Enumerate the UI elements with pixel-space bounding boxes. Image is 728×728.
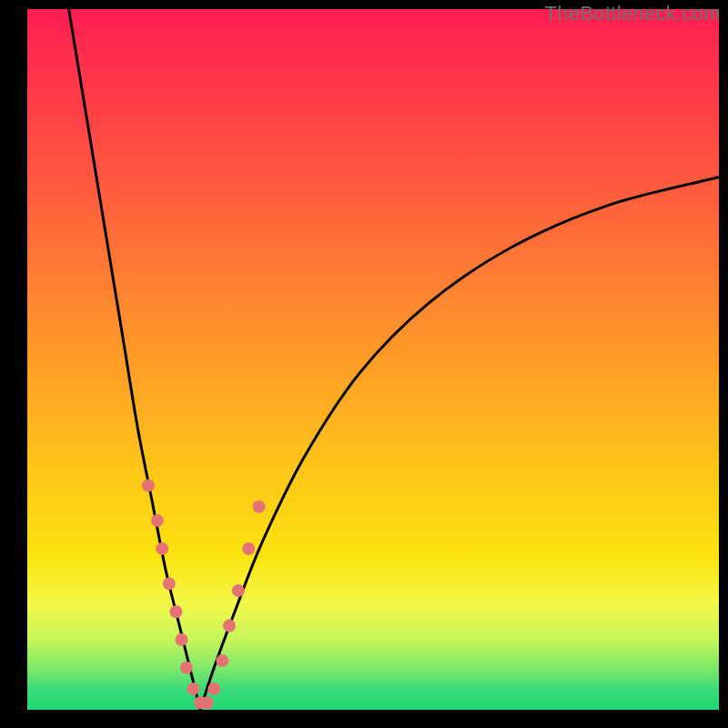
curves-layer xyxy=(27,9,719,710)
marker-dot xyxy=(175,633,187,646)
marker-dot xyxy=(169,605,182,618)
right-curve xyxy=(200,177,719,710)
marker-dots xyxy=(142,480,266,710)
plot-area xyxy=(27,9,719,710)
watermark-text: TheBottleneck.com xyxy=(545,2,721,25)
marker-dot xyxy=(151,514,164,527)
marker-dot xyxy=(232,584,245,597)
marker-dot xyxy=(180,662,193,674)
marker-dot xyxy=(187,682,199,695)
left-curve xyxy=(69,9,200,710)
chart-stage: TheBottleneck.com xyxy=(0,0,728,728)
marker-dot xyxy=(242,542,255,555)
marker-dot xyxy=(156,542,168,555)
marker-dot xyxy=(201,696,214,709)
marker-dot xyxy=(253,500,266,513)
marker-dot xyxy=(216,654,228,667)
marker-dot xyxy=(223,620,236,632)
marker-dot xyxy=(163,577,176,590)
marker-dot xyxy=(207,682,220,695)
marker-dot xyxy=(142,480,155,492)
